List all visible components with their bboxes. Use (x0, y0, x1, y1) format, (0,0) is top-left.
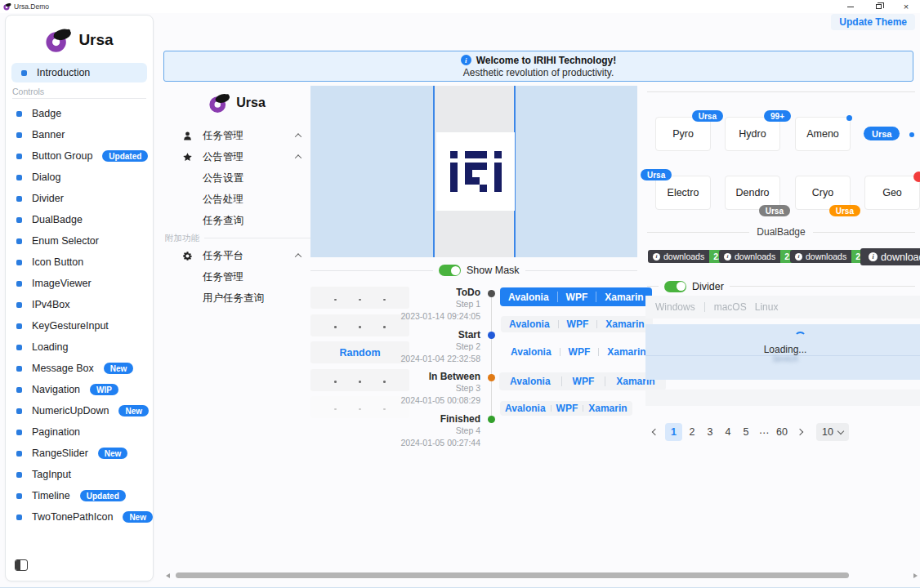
horizontal-scrollbar (163, 572, 920, 581)
menu-item-user-task-query[interactable]: 用户任务查询 (163, 287, 310, 309)
sidebar-item-rangeslider[interactable]: RangeSliderNew (6, 443, 153, 464)
status-badge: Updated (80, 490, 126, 501)
sidebar-item-banner[interactable]: Banner (6, 124, 153, 145)
title-bar: Ursa.Demo × (0, 0, 920, 13)
show-mask-toggle[interactable] (439, 265, 461, 276)
scroll-right-arrow[interactable] (913, 573, 918, 578)
page-button-60[interactable]: 60 (774, 423, 790, 441)
ipv4-demo: Random (310, 287, 409, 424)
scrollbar-thumb[interactable] (176, 572, 849, 578)
page-button-1[interactable]: 1 (665, 423, 682, 441)
ursa-logo-icon (45, 27, 73, 53)
info-icon: i (724, 253, 731, 261)
sidebar-item-message-box[interactable]: Message BoxNew (6, 358, 153, 379)
chevron-down-icon (837, 427, 844, 434)
button-group-wide: Avalonia WPF Xamarin (499, 372, 666, 390)
page-size-select[interactable]: 10 (816, 423, 849, 441)
chevron-up-icon (295, 133, 301, 140)
sidebar-item-twotonepathicon[interactable]: TwoTonePathIconNew (6, 506, 153, 528)
xamarin-button[interactable]: Xamarin (597, 316, 652, 332)
bullet-icon (16, 430, 22, 435)
irihi-logo (450, 151, 502, 192)
menu-group-task-platform[interactable]: 任务平台 (163, 245, 310, 266)
wpf-button[interactable]: WPF (558, 287, 596, 306)
sidebar-item-introduction[interactable]: Introduction (11, 63, 147, 82)
divider-toggle[interactable] (664, 281, 686, 292)
badge-card-pyro: Pyro Ursa (655, 117, 711, 151)
page-button-5[interactable]: 5 (738, 423, 754, 441)
sidebar-item-pagination[interactable]: Pagination (6, 421, 153, 443)
logo-text: Ursa (78, 31, 113, 49)
sidebar-item-enum-selector[interactable]: Enum Selector (6, 230, 153, 252)
sidebar-item-loading[interactable]: Loading (6, 336, 153, 358)
bullet-icon (16, 345, 22, 350)
avalonia-button[interactable]: Avalonia (501, 316, 558, 332)
bullet-icon (16, 154, 22, 159)
bullet-icon (16, 175, 22, 180)
wpf-button[interactable]: WPF (552, 401, 583, 416)
sidebar-section-label: Controls (12, 87, 146, 96)
wpf-button[interactable]: WPF (560, 344, 599, 360)
sidebar-item-badge[interactable]: Badge (6, 103, 153, 124)
ursa-badge: Ursa (692, 110, 723, 122)
show-mask-label: Show Mask (467, 265, 520, 276)
ipv4-input[interactable] (310, 287, 409, 309)
ipv4-input[interactable] (310, 314, 409, 336)
restore-button[interactable] (864, 0, 892, 13)
minimize-button[interactable] (837, 0, 864, 13)
random-button[interactable]: Random (310, 341, 409, 363)
menu-item-announcement-processing[interactable]: 公告处理 (163, 189, 310, 210)
ipv4-input[interactable] (310, 369, 409, 391)
menu-group-announcement[interactable]: 公告管理 (163, 146, 310, 167)
page-button-2[interactable]: 2 (684, 423, 700, 441)
menu-item-task-query[interactable]: 任务查询 (163, 210, 310, 231)
sidebar-item-timeline[interactable]: TimelineUpdated (6, 485, 153, 506)
update-theme-button[interactable]: Update Theme (831, 14, 915, 30)
sidebar-item-taginput[interactable]: TagInput (6, 464, 153, 485)
scroll-left-arrow[interactable] (166, 573, 170, 578)
menu-group-task-management[interactable]: 任务管理 (163, 125, 310, 146)
sidebar-item-imageviewer[interactable]: ImageViewer (6, 273, 153, 294)
info-icon: i (795, 253, 802, 261)
sidebar-item-button-group[interactable]: Button GroupUpdated (6, 145, 153, 167)
close-button[interactable]: × (892, 0, 920, 13)
menu-item-announcement-settings[interactable]: 公告设置 (163, 167, 310, 189)
info-icon: i (653, 253, 660, 261)
prev-page-button[interactable] (647, 423, 663, 441)
sidebar-item-dialog[interactable]: Dialog (6, 167, 153, 188)
sidebar-logo: Ursa (6, 27, 153, 53)
sidebar-item-numericupdown[interactable]: NumericUpDownNew (6, 400, 153, 421)
ursa-badge: Ursa (641, 169, 672, 180)
chevron-up-icon (295, 154, 301, 161)
avalonia-button[interactable]: Avalonia (499, 372, 561, 390)
avalonia-button[interactable]: Avalonia (500, 401, 551, 416)
wpf-button[interactable]: WPF (559, 316, 597, 332)
loading-tabbar: Windows macOS Linux (645, 296, 920, 318)
wpf-button[interactable]: WPF (562, 372, 605, 390)
sidebar-item-divider[interactable]: Divider (6, 188, 153, 209)
masked-content-text: Stretch (645, 354, 920, 363)
sidebar-item-ipv4box[interactable]: IPv4Box (6, 294, 153, 315)
menu-item-task-management[interactable]: 任务管理 (163, 266, 310, 287)
next-page-button[interactable] (792, 423, 808, 441)
avalonia-button[interactable]: Avalonia (500, 287, 557, 306)
sidebar-collapse-button[interactable] (15, 559, 28, 571)
sidebar-item-keygestureinput[interactable]: KeyGestureInput (6, 315, 153, 336)
sidebar-item-navigation[interactable]: NavigationWIP (6, 379, 153, 400)
status-badge: New (104, 363, 134, 374)
badge-card-electro: Electro Ursa (655, 176, 711, 210)
avalonia-button[interactable]: Avalonia (502, 344, 560, 360)
badge-card-ameno: Ameno (795, 117, 851, 151)
page-ellipsis[interactable]: ⋯ (756, 423, 772, 441)
loading-spinner-icon (794, 332, 806, 344)
image-viewer[interactable] (310, 86, 637, 257)
page-button-4[interactable]: 4 (720, 423, 736, 441)
bullet-icon (16, 238, 22, 244)
sidebar-item-icon-button[interactable]: Icon Button (6, 252, 153, 273)
xamarin-button[interactable]: Xamarin (596, 287, 651, 306)
xamarin-button[interactable]: Xamarin (583, 401, 632, 416)
sidebar-item-dualbadge[interactable]: DualBadge (6, 209, 153, 230)
page-button-3[interactable]: 3 (702, 423, 718, 441)
bullet-icon (16, 132, 22, 138)
tab-windows: Windows (655, 301, 695, 313)
